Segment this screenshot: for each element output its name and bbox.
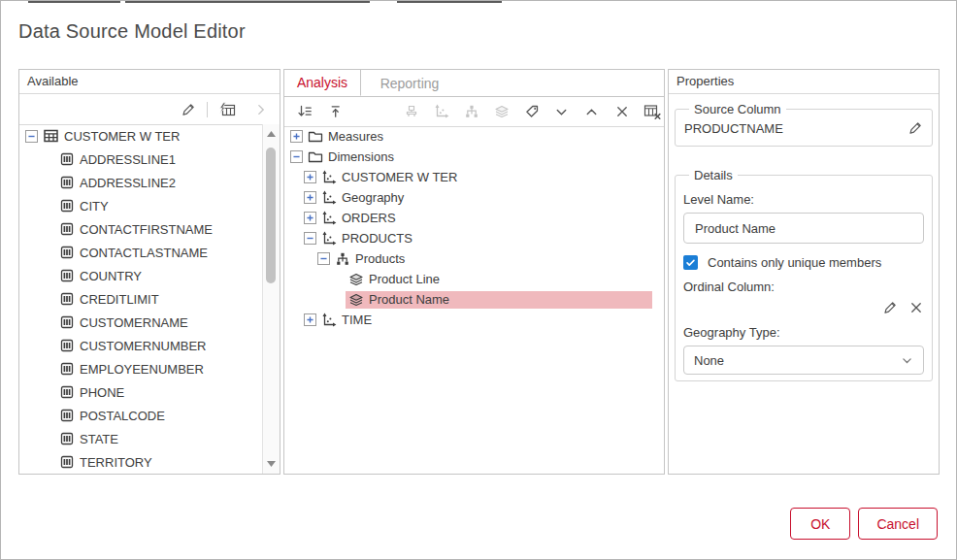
expand-toggle-icon[interactable] bbox=[290, 130, 303, 143]
move-up-button[interactable] bbox=[579, 100, 604, 123]
edit-button[interactable] bbox=[176, 98, 201, 121]
tree-row: Geography bbox=[318, 189, 652, 207]
tree-item-label: PRODUCTS bbox=[342, 231, 412, 246]
move-down-button[interactable] bbox=[549, 100, 574, 123]
tree-item-column[interactable]: TERRITORY bbox=[19, 450, 263, 474]
model-tree-item-time[interactable]: TIME bbox=[284, 310, 664, 330]
column-icon bbox=[59, 338, 75, 353]
x-icon bbox=[615, 105, 629, 118]
clear-ordinal-column-button[interactable] bbox=[909, 301, 923, 314]
edit-source-column-button[interactable] bbox=[908, 120, 923, 136]
folder-icon bbox=[308, 149, 323, 165]
tree-item-label: CUSTOMER W TER bbox=[342, 170, 457, 184]
available-panel-header: Available bbox=[19, 70, 280, 94]
tree-item-label: Products bbox=[355, 251, 405, 266]
hierarchy-icon bbox=[464, 104, 479, 119]
tree-item-column[interactable]: POSTALCODE bbox=[19, 404, 263, 427]
geography-type-select[interactable]: None bbox=[683, 346, 924, 375]
add-level-button[interactable] bbox=[489, 100, 513, 123]
model-tree-item-measures[interactable]: Measures bbox=[284, 126, 664, 147]
model-tree-item-dimensions[interactable]: Dimensions bbox=[284, 147, 664, 167]
tree-item-column[interactable]: CONTACTLASTNAME bbox=[19, 241, 263, 264]
model-tree: MeasuresDimensionsCUSTOMER W TERGeograph… bbox=[284, 126, 664, 474]
hierarchy-icon bbox=[335, 251, 350, 267]
delete-button[interactable] bbox=[610, 100, 634, 123]
scroll-up-icon[interactable] bbox=[263, 127, 280, 141]
level-name-input[interactable] bbox=[683, 213, 924, 244]
model-tree-item-orders[interactable]: ORDERS bbox=[284, 208, 664, 228]
model-tree-item-customer-w-ter[interactable]: CUSTOMER W TER bbox=[284, 167, 664, 187]
column-icon bbox=[59, 151, 75, 167]
ok-button[interactable]: OK bbox=[790, 508, 850, 540]
tree-row: Measures bbox=[305, 128, 652, 146]
tree-item-label: Dimensions bbox=[328, 149, 394, 164]
tree-item-column[interactable]: CITY bbox=[19, 194, 263, 217]
tree-row: Dimensions bbox=[305, 148, 652, 166]
tree-item-column[interactable]: CONTACTFIRSTNAME bbox=[19, 217, 263, 241]
column-icon bbox=[59, 431, 75, 446]
details-group: Details Level Name: Contains only unique… bbox=[675, 168, 933, 381]
add-dimension-button[interactable] bbox=[429, 100, 453, 123]
tree-item-column[interactable]: CUSTOMERNAME bbox=[19, 311, 263, 334]
model-tree-item-geography[interactable]: Geography bbox=[284, 187, 664, 208]
scroll-down-icon[interactable] bbox=[263, 457, 280, 471]
available-columns-tree: CUSTOMER W TERADDRESSLINE1ADDRESSLINE2CI… bbox=[19, 124, 263, 474]
collapse-toggle-icon[interactable] bbox=[317, 252, 330, 265]
move-right-button[interactable] bbox=[248, 98, 274, 121]
column-icon bbox=[59, 384, 75, 400]
toolbar-separator bbox=[207, 102, 208, 117]
auto-build-icon bbox=[404, 104, 419, 119]
model-tree-item-products[interactable]: Products bbox=[284, 248, 664, 269]
collapse-toggle-icon[interactable] bbox=[290, 150, 303, 163]
tree-item-column[interactable]: ADDRESSLINE2 bbox=[19, 171, 263, 194]
model-tree-item-products[interactable]: PRODUCTS bbox=[284, 228, 664, 248]
tree-row: ORDERS bbox=[318, 210, 652, 227]
expand-toggle-icon[interactable] bbox=[304, 171, 316, 183]
cancel-button[interactable]: Cancel bbox=[858, 508, 938, 540]
tree-item-table[interactable]: CUSTOMER W TER bbox=[19, 124, 263, 148]
move-top-icon bbox=[327, 104, 343, 119]
tree-row: Products bbox=[332, 250, 652, 268]
tree-item-column[interactable]: COUNTRY bbox=[19, 264, 263, 287]
tree-item-label: PHONE bbox=[80, 385, 124, 400]
expand-toggle-icon[interactable] bbox=[304, 313, 316, 326]
remove-table-button[interactable] bbox=[640, 100, 664, 123]
model-tree-item-product-name[interactable]: Product Name bbox=[284, 289, 664, 310]
tree-item-label: ADDRESSLINE2 bbox=[80, 176, 176, 190]
tree-item-label: ORDERS bbox=[342, 211, 396, 225]
sort-button[interactable] bbox=[292, 100, 316, 123]
level-icon bbox=[494, 104, 510, 119]
add-hierarchy-button[interactable] bbox=[459, 100, 483, 123]
tree-item-column[interactable]: ADDRESSLINE1 bbox=[19, 148, 263, 171]
tree-item-column[interactable]: EMPLOYEENUMBER bbox=[19, 357, 263, 380]
expand-toggle-icon[interactable] bbox=[304, 212, 316, 224]
collapse-toggle-icon[interactable] bbox=[25, 130, 38, 143]
tree-item-column[interactable]: CUSTOMERNUMBER bbox=[19, 334, 263, 357]
properties-panel: Properties Source Column PRODUCTNAME Det… bbox=[668, 69, 940, 475]
tab-analysis[interactable]: Analysis bbox=[284, 70, 361, 96]
move-to-top-button[interactable] bbox=[322, 100, 346, 123]
expand-toggle-icon[interactable] bbox=[304, 191, 316, 204]
dimension-icon bbox=[321, 211, 337, 226]
edit-ordinal-column-button[interactable] bbox=[882, 300, 898, 315]
auto-build-button[interactable] bbox=[399, 100, 423, 123]
tree-item-column[interactable]: PHONE bbox=[19, 380, 263, 404]
tree-item-column[interactable]: STATE bbox=[19, 427, 263, 450]
add-attribute-button[interactable] bbox=[519, 100, 544, 123]
available-scrollbar[interactable] bbox=[262, 124, 280, 474]
source-column-legend: Source Column bbox=[689, 102, 786, 116]
tab-reporting[interactable]: Reporting bbox=[361, 70, 458, 96]
chevron-down-icon bbox=[901, 354, 913, 367]
scrollbar-thumb[interactable] bbox=[266, 148, 276, 283]
tree-item-column[interactable]: CREDITLIMIT bbox=[19, 287, 263, 311]
collapse-toggle-icon[interactable] bbox=[304, 232, 316, 245]
model-tabs: AnalysisReporting bbox=[284, 70, 664, 97]
level-icon bbox=[348, 292, 364, 308]
tree-item-label: CONTACTFIRSTNAME bbox=[80, 222, 213, 237]
unique-members-checkbox[interactable] bbox=[683, 255, 698, 270]
tree-row: CUSTOMER W TER bbox=[318, 169, 652, 186]
model-tree-item-product-line[interactable]: Product Line bbox=[284, 269, 664, 289]
available-toolbar bbox=[19, 94, 280, 125]
auto-generate-button[interactable] bbox=[214, 98, 239, 121]
dimension-icon bbox=[321, 313, 337, 328]
